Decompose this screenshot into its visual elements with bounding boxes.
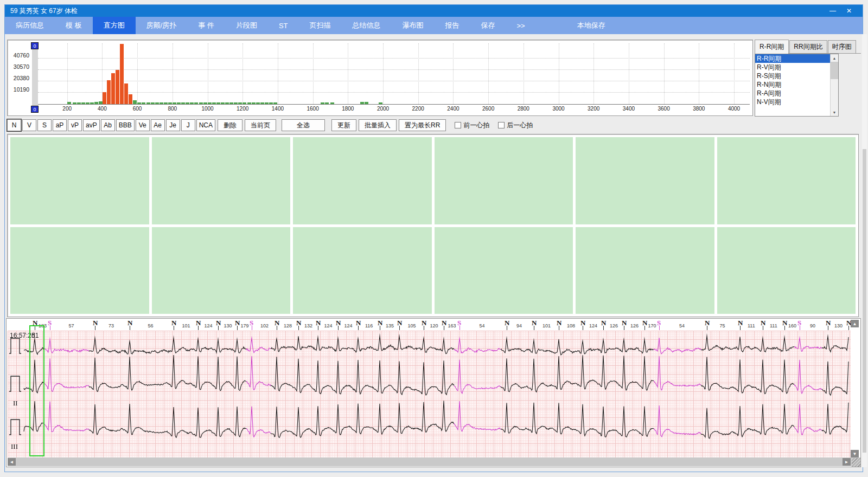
window-scrollbar[interactable] — [862, 34, 867, 467]
menu-item[interactable]: >> — [506, 17, 536, 34]
slider-handle-top[interactable]: 0 — [31, 42, 39, 49]
beat-cell[interactable] — [293, 137, 432, 224]
beat-cell[interactable] — [717, 137, 856, 224]
menu-item[interactable]: 总结信息 — [342, 17, 392, 34]
action-button[interactable]: 批量插入 — [359, 119, 397, 131]
beat-type-button-NCA[interactable]: NCA — [196, 119, 215, 131]
beat-type-button-vP[interactable]: vP — [68, 119, 82, 131]
histogram-gridline — [453, 43, 454, 104]
ecg-annotation-band: N183S57N73N56N101N124N130N179S102N128N13… — [8, 319, 851, 331]
histogram-xtick: 600 — [129, 106, 145, 112]
histogram-bar — [103, 92, 106, 104]
beat-type-button-V[interactable]: V — [22, 119, 36, 131]
menu-item[interactable]: 保存 — [470, 17, 506, 34]
beat-type-button-J[interactable]: J — [181, 119, 195, 131]
ecg-scroll-right-icon[interactable]: ► — [843, 458, 851, 466]
slider-handle-bottom[interactable]: 0 — [31, 106, 39, 113]
interval-option[interactable]: R-S间期 — [755, 72, 830, 80]
histogram-bar — [203, 102, 207, 104]
scroll-thumb[interactable] — [831, 62, 838, 79]
histogram-gridline — [734, 43, 735, 104]
beat-cell[interactable] — [576, 137, 714, 224]
menu-item[interactable]: 本地保存 — [566, 17, 616, 34]
beat-cell[interactable] — [435, 227, 573, 314]
action-button[interactable]: 更新 — [331, 119, 356, 131]
beat-type-button-avP[interactable]: avP — [83, 119, 100, 131]
beat-type-button-Je[interactable]: Je — [166, 119, 180, 131]
interval-option[interactable]: R-R间期 — [755, 54, 830, 63]
menu-item[interactable]: ST — [268, 17, 299, 34]
beat-tick — [534, 326, 534, 330]
beat-type-button-Ae[interactable]: Ae — [151, 119, 165, 131]
beat-type-button-Ve[interactable]: Ve — [136, 119, 150, 131]
close-icon[interactable]: ✕ — [841, 6, 857, 16]
action-button[interactable]: 置为最长RR — [399, 119, 446, 131]
menu-item[interactable]: 直方图 — [93, 17, 136, 34]
menu-item[interactable]: 房颤/房扑 — [136, 17, 188, 34]
beat-hr-value: 101 — [182, 323, 190, 328]
histogram-bar — [194, 102, 198, 104]
beat-cell[interactable] — [717, 227, 856, 314]
menu-item[interactable]: 模 板 — [55, 17, 93, 34]
beat-cell[interactable] — [152, 137, 291, 224]
checkbox-前一心拍[interactable]: 前一心拍 — [455, 121, 489, 130]
beat-cell[interactable] — [576, 227, 714, 314]
histogram-xlabels: 2004006008001000120014001600180020002200… — [38, 106, 750, 113]
checkbox-后一心拍[interactable]: 后一心拍 — [498, 121, 533, 130]
ecg-scroll-left-icon[interactable]: ◄ — [8, 458, 16, 466]
scroll-down-icon[interactable]: ▼ — [831, 108, 838, 116]
interval-option[interactable]: R-N间期 — [755, 80, 830, 89]
tab-R-R间期[interactable]: R-R间期 — [755, 40, 789, 54]
histogram-bar — [67, 102, 71, 104]
beat-tick — [424, 326, 424, 330]
interval-option[interactable]: N-V间期 — [755, 98, 830, 106]
checkbox-box[interactable] — [498, 122, 505, 128]
ecg-scroll-down-icon[interactable]: ▼ — [851, 450, 859, 457]
ecg-canvas[interactable] — [8, 331, 851, 457]
beat-cell[interactable] — [435, 137, 573, 224]
ecg-scroll-up-icon[interactable]: ▲ — [851, 320, 859, 327]
beat-type-button-S[interactable]: S — [37, 119, 52, 131]
menu-item[interactable]: 病历信息 — [5, 17, 55, 34]
histogram-bar — [238, 102, 242, 104]
histogram-xtick: 2200 — [410, 106, 426, 112]
interval-option[interactable]: R-A间期 — [755, 89, 830, 98]
beat-type-button-N[interactable]: N — [7, 119, 21, 131]
interval-scrollbar[interactable]: ▲ ▼ — [830, 54, 838, 116]
beat-cell[interactable] — [10, 227, 149, 314]
menu-item[interactable]: 片段图 — [225, 17, 268, 34]
resize-grip[interactable] — [852, 458, 860, 467]
beat-type-button-Ab[interactable]: Ab — [101, 119, 115, 131]
action-button[interactable]: 全选 — [282, 119, 325, 131]
menu-item[interactable]: 瀑布图 — [392, 17, 435, 34]
beat-cell[interactable] — [293, 227, 432, 314]
menu-item[interactable]: 事 件 — [187, 17, 225, 34]
scroll-up-icon[interactable]: ▲ — [831, 54, 838, 62]
menu-item[interactable]: 页扫描 — [299, 17, 342, 34]
interval-option[interactable]: R-V间期 — [755, 63, 830, 72]
action-button[interactable]: 删除 — [218, 119, 242, 131]
minimize-icon[interactable]: — — [825, 6, 841, 16]
beat-tick — [763, 326, 763, 330]
action-button[interactable]: 当前页 — [245, 119, 276, 131]
menu-item[interactable]: 报告 — [435, 17, 470, 34]
beat-type-button-BBB[interactable]: BBB — [116, 119, 135, 131]
histogram-gridline — [313, 43, 314, 104]
histogram-gridline — [38, 69, 750, 70]
histogram-gridline — [242, 43, 243, 104]
ecg-vertical-scrollbar[interactable]: ▲ ▼ — [851, 320, 859, 457]
beat-tick — [784, 326, 785, 330]
window-scroll-thumb[interactable] — [863, 149, 866, 453]
histogram-plot[interactable] — [38, 43, 750, 105]
tab-RR间期比[interactable]: RR间期比 — [789, 40, 827, 53]
histogram-xtick: 1200 — [234, 106, 251, 112]
histogram-bar — [116, 70, 119, 104]
beat-tick — [380, 326, 380, 330]
tab-时序图[interactable]: 时序图 — [828, 40, 856, 53]
beat-cell[interactable] — [152, 227, 291, 314]
beat-cell[interactable] — [10, 137, 149, 224]
checkbox-box[interactable] — [455, 122, 461, 128]
histogram-bar — [173, 102, 176, 104]
beat-type-button-aP[interactable]: aP — [53, 119, 67, 131]
ecg-horizontal-scrollbar[interactable]: ◄ ► — [8, 457, 860, 466]
